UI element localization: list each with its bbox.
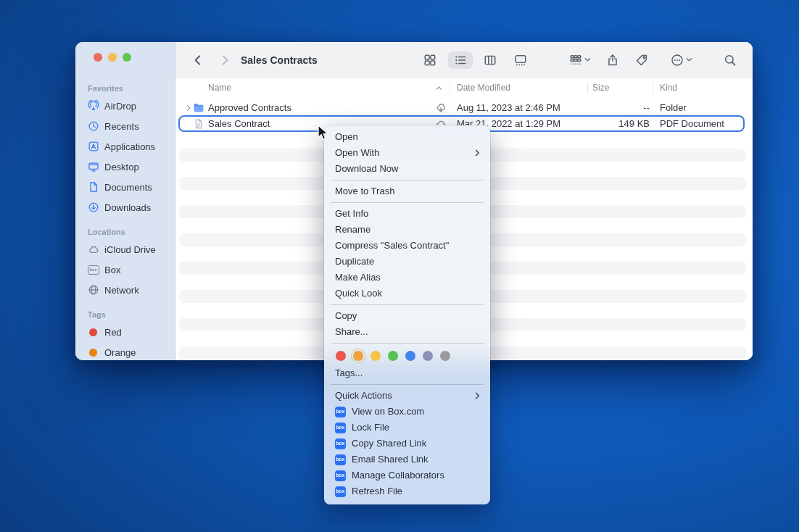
sidebar-item-label: Orange [104, 347, 136, 358]
tag-color-icon [87, 346, 99, 359]
menu-tag-colors [324, 346, 490, 365]
sidebar-item-box[interactable]: boxBox [75, 259, 175, 280]
window-controls [75, 52, 175, 62]
tag-color-dot[interactable] [405, 351, 415, 361]
menu-item-duplicate[interactable]: Duplicate [324, 254, 490, 270]
tag-color-dot[interactable] [336, 351, 346, 361]
window-title: Sales Contracts [241, 42, 318, 78]
menu-item-copy[interactable]: Copy [324, 308, 490, 324]
menu-item-make-alias[interactable]: Make Alias [324, 270, 490, 286]
document-icon [87, 181, 99, 194]
sidebar-item-icloud-drive[interactable]: iCloud Drive [75, 239, 175, 259]
menu-item-download-now[interactable]: Download Now [324, 161, 490, 177]
menu-item-rename[interactable]: Rename [324, 222, 490, 238]
gallery-view-button[interactable] [510, 51, 531, 69]
tag-color-dot[interactable] [388, 351, 398, 361]
menu-item-move-to-trash[interactable]: Move to Trash [324, 183, 490, 199]
menu-item-open[interactable]: Open [324, 129, 490, 145]
menu-item-email-shared-link[interactable]: boxEmail Shared Link [324, 452, 490, 467]
column-header-name[interactable]: Name [208, 78, 231, 98]
file-date-modified: Aug 11, 2023 at 2:46 PM [457, 100, 560, 115]
desktop-background: FavoritesAirDropRecentsApplicationsDeskt… [0, 0, 799, 532]
sort-ascending-icon [435, 78, 443, 98]
menu-item-quick-actions[interactable]: Quick Actions [324, 388, 490, 404]
sidebar-item-label: Downloads [104, 202, 151, 213]
sidebar-section-label-favorites: Favorites [75, 81, 175, 96]
menu-item-tags[interactable]: Tags... [324, 365, 490, 381]
menu-item-lock-file[interactable]: boxLock File [324, 420, 490, 436]
share-button[interactable] [602, 51, 624, 69]
sidebar-item-applications[interactable]: Applications [75, 136, 175, 157]
box-logo-icon: box [335, 486, 346, 497]
menu-item-quick-look[interactable]: Quick Look [324, 286, 490, 302]
menu-item-view-on-box-com[interactable]: boxView on Box.com [324, 404, 490, 420]
menu-item-share[interactable]: Share... [324, 324, 490, 340]
column-header-size[interactable]: Size [592, 78, 609, 98]
menu-item-label: Copy Shared Link [352, 436, 481, 452]
sidebar-item-recents[interactable]: Recents [75, 116, 175, 136]
menu-item-label: Duplicate [335, 254, 481, 270]
list-header: Name Date Modified Size Kind [175, 78, 753, 99]
menu-item-label: Open With [335, 145, 473, 161]
sidebar-item-desktop[interactable]: Desktop [75, 157, 175, 177]
sidebar-item-label: Box [104, 265, 120, 275]
list-view-button[interactable] [448, 51, 473, 69]
back-button[interactable] [187, 51, 209, 69]
sidebar-item-network[interactable]: Network [75, 280, 175, 300]
box-logo-icon: box [335, 470, 346, 481]
tag-color-icon [87, 326, 99, 338]
group-by-button[interactable] [564, 51, 596, 69]
tags-button[interactable] [631, 51, 653, 69]
menu-item-label: Rename [335, 222, 481, 238]
column-divider[interactable] [587, 82, 588, 94]
applications-icon [87, 141, 99, 153]
box-logo-icon: box [335, 407, 346, 417]
column-header-kind[interactable]: Kind [660, 78, 677, 98]
tag-color-dot[interactable] [353, 351, 363, 361]
table-row-approved-contracts[interactable]: Approved ContractsAug 11, 2023 at 2:46 P… [175, 100, 753, 115]
column-divider[interactable] [653, 82, 653, 94]
zoom-button[interactable] [123, 53, 131, 62]
menu-separator [331, 180, 484, 180]
menu-item-get-info[interactable]: Get Info [324, 206, 490, 222]
sidebar-item-downloads[interactable]: Downloads [75, 197, 175, 217]
minimize-button[interactable] [108, 53, 117, 62]
menu-item-label: Open [335, 129, 481, 145]
search-button[interactable] [719, 51, 741, 69]
sidebar-item-label: Network [104, 285, 139, 296]
menu-item-label: Quick Look [335, 286, 481, 302]
box-logo-icon: box [335, 454, 346, 465]
pdf-file-icon [192, 117, 204, 130]
sidebar-item-label: Applications [104, 141, 155, 152]
cloud-download-icon [434, 101, 447, 114]
sidebar-item-label: iCloud Drive [104, 244, 156, 255]
forward-button[interactable] [214, 51, 236, 69]
menu-item-compress-sales-contract[interactable]: Compress "Sales Contract" [324, 238, 490, 254]
chevron-down-icon [685, 54, 693, 67]
sidebar-item-red[interactable]: Red [75, 322, 175, 342]
column-header-date[interactable]: Date Modified [457, 78, 510, 98]
menu-item-copy-shared-link[interactable]: boxCopy Shared Link [324, 436, 490, 452]
tag-color-dot[interactable] [423, 351, 433, 361]
sidebar-item-orange[interactable]: Orange [75, 342, 175, 360]
menu-item-label: Download Now [335, 161, 481, 177]
column-view-button[interactable] [479, 51, 501, 69]
tag-color-dot[interactable] [440, 351, 450, 361]
column-divider[interactable] [450, 82, 450, 94]
tag-color-dot[interactable] [370, 351, 381, 361]
menu-item-label: Make Alias [335, 270, 481, 286]
more-actions-button[interactable] [666, 51, 697, 69]
sidebar-item-documents[interactable]: Documents [75, 177, 175, 197]
menu-separator [331, 384, 484, 385]
sidebar-item-label: Documents [104, 182, 152, 193]
close-button[interactable] [94, 53, 102, 62]
menu-item-refresh-file[interactable]: boxRefresh File [324, 483, 490, 499]
ellipsis-circle-icon [671, 54, 684, 67]
menu-item-label: Copy [335, 308, 481, 324]
menu-item-open-with[interactable]: Open With [324, 145, 490, 161]
menu-item-manage-collaborators[interactable]: boxManage Collaborators [324, 467, 490, 483]
file-kind: PDF Document [660, 116, 724, 131]
cloud-icon [87, 244, 99, 256]
sidebar-item-airdrop[interactable]: AirDrop [75, 96, 175, 116]
icon-view-button[interactable] [419, 51, 441, 69]
